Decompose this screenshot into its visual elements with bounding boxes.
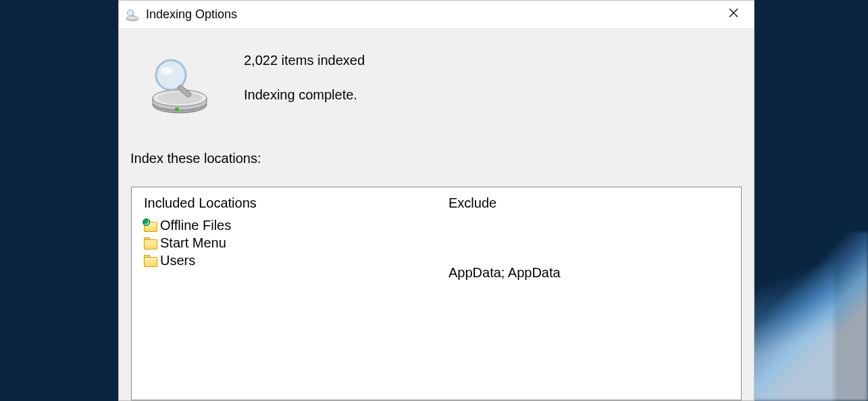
window-titlebar: Indexing Options: [119, 1, 754, 29]
close-button[interactable]: [713, 1, 754, 29]
indexing-status: Indexing complete.: [244, 87, 365, 103]
exclude-column: Exclude AppData; AppData: [436, 187, 741, 400]
included-header: Included Locations: [144, 195, 424, 211]
svg-point-3: [128, 10, 132, 14]
locations-listbox[interactable]: Included Locations Offline Files Start M…: [131, 187, 742, 400]
folder-icon: [144, 237, 157, 250]
window-title: Indexing Options: [146, 7, 713, 22]
locations-label: Index these locations:: [129, 151, 744, 166]
exclude-header: Exclude: [449, 195, 729, 211]
location-label: Start Menu: [160, 235, 226, 251]
window-content: 2,022 items indexed Indexing complete. I…: [119, 29, 754, 400]
status-section: 2,022 items indexed Indexing complete.: [129, 46, 744, 117]
location-label: Users: [160, 253, 195, 268]
included-column: Included Locations Offline Files Start M…: [132, 187, 436, 400]
list-item[interactable]: Users: [144, 253, 424, 268]
svg-rect-10: [175, 108, 179, 111]
offline-files-folder-icon: [144, 220, 157, 232]
location-label: Offline Files: [160, 218, 231, 233]
list-item[interactable]: Start Menu: [144, 235, 424, 251]
folder-icon: [144, 255, 157, 267]
svg-point-1: [126, 16, 138, 20]
close-icon: [728, 7, 739, 22]
indexing-options-window: Indexing Options: [118, 0, 755, 401]
indexing-options-icon: [126, 8, 139, 22]
status-text-group: 2,022 items indexed Indexing complete.: [244, 46, 365, 103]
items-indexed-count: 2,022 items indexed: [244, 53, 365, 68]
exclude-value: AppData; AppData: [449, 265, 729, 281]
list-item[interactable]: Offline Files: [144, 218, 424, 233]
svg-point-12: [161, 67, 173, 75]
indexing-drive-icon: [149, 56, 210, 117]
svg-point-9: [157, 92, 202, 104]
